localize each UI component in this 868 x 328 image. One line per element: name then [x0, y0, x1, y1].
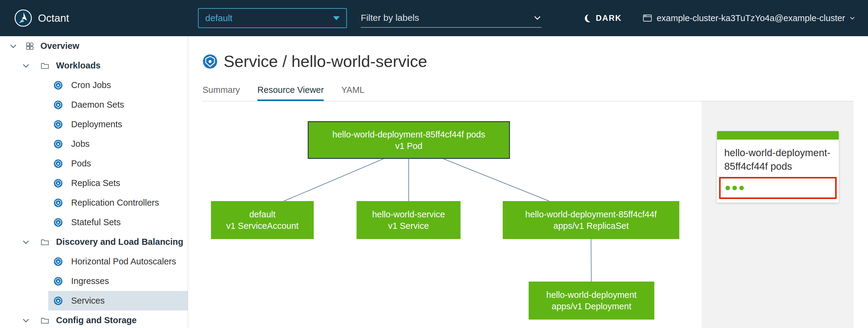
- sidebar: Overview Workloads Cron Jobs Daemon Sets…: [0, 36, 188, 328]
- sidebar-item-overview[interactable]: Overview: [0, 36, 188, 56]
- sidebar-item-cron-jobs[interactable]: Cron Jobs: [48, 76, 188, 95]
- sidebar-item-label: Services: [71, 296, 104, 306]
- deployments-icon: [54, 120, 63, 129]
- node-name: hello-world-service: [372, 209, 445, 220]
- graph-node-deployment[interactable]: hello-world-deployment apps/v1 Deploymen…: [529, 281, 654, 320]
- octant-logo-icon: [14, 9, 33, 27]
- page-title-row: Service / hello-world-service: [203, 53, 854, 70]
- tab-resource-viewer[interactable]: Resource Viewer: [257, 85, 324, 101]
- sidebar-item-replication-controllers[interactable]: Replication Controllers: [48, 193, 188, 212]
- node-kind: v1 Service: [388, 220, 429, 232]
- sidebar-item-stateful-sets[interactable]: Stateful Sets: [48, 212, 188, 232]
- sidebar-item-ingresses[interactable]: Ingresses: [48, 271, 188, 291]
- detail-panel: hello-world-deployment-85ff4cf44f pods: [702, 101, 854, 328]
- graph-node-replicaset[interactable]: hello-world-deployment-85ff4cf44f apps/v…: [503, 201, 679, 239]
- sidebar-item-workloads[interactable]: Workloads: [0, 56, 188, 76]
- chevron-down-icon: [849, 15, 855, 21]
- sidebar-item-label: Workloads: [56, 61, 101, 70]
- sidebar-item-horizontal-pod-autoscalers[interactable]: Horizontal Pod Autoscalers: [48, 252, 188, 271]
- ingresses-icon: [54, 277, 63, 286]
- horizontal-pod-autoscalers-icon: [54, 257, 63, 266]
- folder-icon: [40, 61, 50, 70]
- sidebar-item-label: Stateful Sets: [71, 217, 121, 227]
- sidebar-item-services[interactable]: Services: [48, 291, 188, 310]
- graph-node-service[interactable]: hello-world-service v1 Service: [356, 201, 461, 239]
- folder-icon: [40, 238, 50, 247]
- node-kind: apps/v1 ReplicaSet: [553, 220, 629, 232]
- chevron-down-icon[interactable]: [22, 316, 30, 325]
- graph-node-pod[interactable]: hello-world-deployment-85ff4cf44f pods v…: [308, 121, 510, 159]
- node-name: hello-world-deployment: [547, 289, 637, 301]
- sidebar-item-label: Horizontal Pod Autoscalers: [71, 257, 176, 267]
- chevron-down-icon[interactable]: [22, 61, 30, 70]
- sidebar-item-daemon-sets[interactable]: Daemon Sets: [48, 95, 188, 115]
- sidebar-item-label: Cron Jobs: [71, 80, 111, 90]
- theme-toggle-label: DARK: [596, 13, 622, 23]
- pod-status-row[interactable]: [719, 177, 837, 199]
- chevron-down-icon[interactable]: [9, 42, 18, 50]
- services-icon: [54, 296, 63, 305]
- cron-jobs-icon: [54, 81, 63, 90]
- pod-status-dot: [733, 186, 737, 190]
- sidebar-item-label: Discovery and Load Balancing: [56, 237, 183, 247]
- app-name: Octant: [38, 12, 69, 24]
- stateful-sets-icon: [54, 218, 63, 227]
- sidebar-item-label: Jobs: [71, 139, 90, 149]
- sidebar-item-config-and-storage[interactable]: Config and Storage: [0, 310, 188, 328]
- chevron-down-icon[interactable]: [533, 13, 541, 22]
- sidebar-item-jobs[interactable]: Jobs: [48, 134, 188, 154]
- node-name: default: [249, 209, 276, 220]
- theme-toggle-button[interactable]: DARK: [582, 13, 622, 23]
- sidebar-item-discovery-and-load-balancing[interactable]: Discovery and Load Balancing: [0, 232, 188, 252]
- sidebar-item-deployments[interactable]: Deployments: [48, 115, 188, 134]
- sidebar-item-label: Replica Sets: [71, 178, 120, 188]
- moon-icon: [582, 13, 592, 23]
- node-kind: apps/v1 Deployment: [552, 301, 631, 312]
- daemon-sets-icon: [54, 100, 63, 110]
- pods-icon: [54, 159, 63, 168]
- sidebar-item-label: Daemon Sets: [71, 100, 124, 110]
- sidebar-item-label: Ingresses: [71, 276, 109, 286]
- namespace-dropdown[interactable]: default: [198, 8, 347, 28]
- app-header: Octant default DARK example-cluster-ka3T…: [0, 0, 868, 36]
- node-kind: v1 ServiceAccount: [226, 220, 299, 232]
- caret-down-icon: [333, 16, 340, 20]
- tab-summary[interactable]: Summary: [203, 85, 240, 99]
- sidebar-item-label: Overview: [40, 41, 79, 51]
- namespace-dropdown-value: default: [205, 13, 232, 23]
- sidebar-item-label: Deployments: [71, 119, 122, 129]
- cluster-selector-label: example-cluster-ka3TuTzYo4a@example-clus…: [657, 13, 845, 23]
- main-content: Service / hello-world-service Summary Re…: [188, 36, 868, 328]
- sidebar-item-replica-sets[interactable]: Replica Sets: [48, 173, 188, 193]
- pod-status-dot: [739, 186, 744, 190]
- page-title: Service / hello-world-service: [224, 53, 427, 70]
- tab-bar: Summary Resource Viewer YAML: [203, 85, 854, 101]
- detail-card-title: hello-world-deployment-85ff4cf44f pods: [724, 146, 832, 173]
- graph-node-serviceaccount[interactable]: default v1 ServiceAccount: [211, 201, 314, 239]
- service-resource-icon: [203, 54, 218, 69]
- app-brand: Octant: [14, 9, 69, 27]
- pod-status-dot: [725, 186, 730, 190]
- card-status-bar: [717, 131, 839, 140]
- tab-yaml[interactable]: YAML: [341, 85, 364, 99]
- replica-sets-icon: [54, 179, 63, 188]
- sidebar-item-pods[interactable]: Pods: [48, 154, 188, 173]
- resource-viewer-canvas: hello-world-deployment-85ff4cf44f pods v…: [203, 101, 854, 328]
- chevron-down-icon[interactable]: [22, 238, 30, 246]
- node-kind: v1 Pod: [395, 140, 422, 152]
- label-filter: [361, 8, 541, 28]
- node-name: hello-world-deployment-85ff4cf44f pods: [333, 129, 485, 140]
- label-filter-input[interactable]: [361, 13, 533, 23]
- jobs-icon: [54, 140, 63, 149]
- cluster-icon: [642, 13, 652, 23]
- detail-card: hello-world-deployment-85ff4cf44f pods: [717, 131, 839, 203]
- sidebar-item-label: Config and Storage: [56, 315, 136, 325]
- sidebar-item-label: Pods: [71, 158, 91, 169]
- overview-icon: [25, 41, 34, 51]
- cluster-selector[interactable]: example-cluster-ka3TuTzYo4a@example-clus…: [642, 13, 855, 23]
- replication-controllers-icon: [54, 198, 63, 207]
- node-name: hello-world-deployment-85ff4cf44f: [525, 209, 657, 220]
- sidebar-item-label: Replication Controllers: [71, 198, 159, 208]
- folder-icon: [40, 316, 50, 325]
